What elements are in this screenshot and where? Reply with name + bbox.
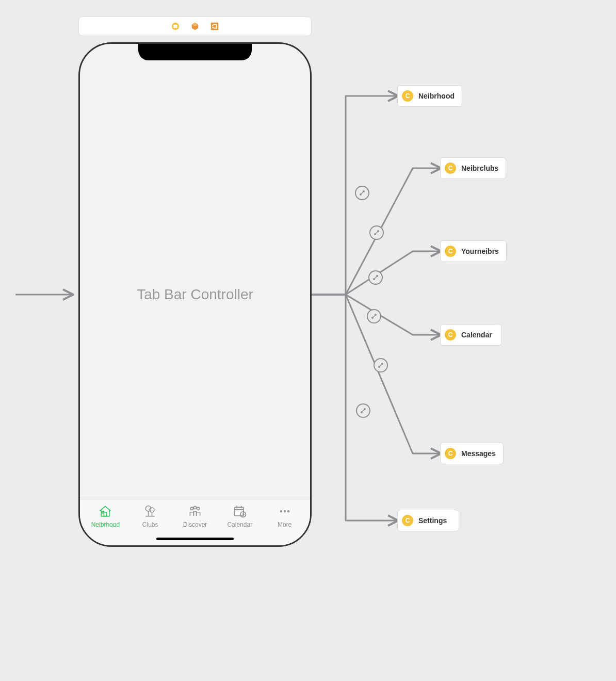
tab-label: Neibrhood: [91, 521, 120, 528]
svg-point-14: [283, 510, 285, 512]
svg-point-13: [280, 510, 282, 512]
svg-rect-4: [104, 512, 107, 516]
tab-calendar[interactable]: Calendar: [217, 504, 262, 528]
tab-bar-controller-scene[interactable]: Tab Bar Controller Neibrhood Clubs: [78, 42, 312, 547]
viewcontroller-icon: C: [445, 246, 456, 257]
segue-relationship-icon[interactable]: [367, 309, 381, 323]
svg-line-30: [380, 364, 382, 366]
dest-calendar[interactable]: C Calendar: [440, 324, 502, 346]
dest-yourneibrs[interactable]: C Yourneibrs: [440, 240, 507, 262]
svg-line-27: [373, 315, 375, 317]
tab-neibrhood[interactable]: Neibrhood: [83, 504, 128, 528]
svg-rect-3: [211, 23, 218, 30]
svg-line-33: [362, 410, 364, 412]
tab-label: Clubs: [142, 521, 158, 528]
dest-label: Calendar: [461, 331, 492, 339]
viewcontroller-icon: C: [445, 448, 456, 459]
tab-label: Calendar: [227, 521, 252, 528]
segue-relationship-icon[interactable]: [356, 403, 370, 418]
tab-label: More: [278, 521, 291, 528]
house-icon: [98, 504, 112, 519]
viewcontroller-icon: C: [445, 329, 456, 340]
tab-discover[interactable]: Discover: [173, 504, 218, 528]
scene-toolbar: [78, 17, 312, 36]
people-icon: [188, 504, 202, 519]
embed-in-icon[interactable]: [210, 22, 219, 31]
svg-point-9: [193, 506, 196, 509]
svg-rect-2: [173, 25, 177, 28]
viewcontroller-icon: C: [402, 515, 413, 526]
scene-title: Tab Bar Controller: [80, 44, 310, 545]
object-library-icon[interactable]: [190, 22, 200, 31]
viewcontroller-icon: C: [402, 90, 413, 102]
viewcontroller-icon: C: [445, 163, 456, 174]
tree-icon: [143, 504, 157, 519]
dest-settings[interactable]: C Settings: [397, 510, 459, 531]
segue-relationship-icon[interactable]: [369, 225, 384, 240]
tab-label: Discover: [183, 521, 207, 528]
segue-relationship-icon[interactable]: [368, 270, 383, 285]
tab-more[interactable]: More: [262, 504, 307, 528]
calendar-icon: [233, 504, 247, 519]
dest-label: Settings: [418, 516, 447, 525]
more-icon: [278, 504, 292, 519]
svg-line-24: [375, 277, 377, 279]
dest-label: Messages: [461, 449, 496, 458]
dest-label: Neibrhood: [418, 92, 455, 100]
dest-neibrhood[interactable]: C Neibrhood: [397, 85, 462, 107]
dest-messages[interactable]: C Messages: [440, 443, 504, 464]
dest-neibrclubs[interactable]: C Neibrclubs: [440, 157, 506, 179]
svg-point-8: [190, 507, 193, 510]
entry-point-icon[interactable]: [171, 22, 180, 31]
segue-relationship-icon[interactable]: [374, 358, 388, 372]
svg-point-10: [197, 507, 199, 510]
tab-clubs[interactable]: Clubs: [128, 504, 173, 528]
segue-relationship-icon[interactable]: [355, 186, 369, 200]
dest-label: Yourneibrs: [461, 247, 499, 255]
svg-line-21: [376, 232, 378, 234]
svg-point-15: [287, 510, 289, 512]
svg-line-18: [361, 192, 363, 194]
dest-label: Neibrclubs: [461, 164, 498, 172]
svg-rect-5: [102, 511, 104, 513]
home-indicator: [156, 538, 234, 540]
